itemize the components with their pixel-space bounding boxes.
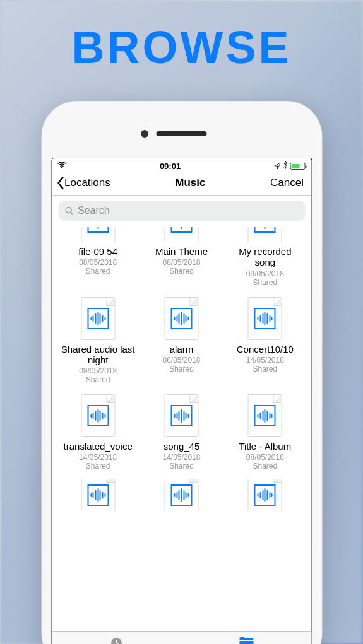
file-item[interactable]: file-09 5408/05/2018Shared (57, 225, 139, 290)
file-status: Shared (169, 462, 194, 471)
audio-file-icon (162, 227, 201, 243)
file-name: Main Theme (155, 246, 208, 257)
file-item[interactable] (140, 477, 222, 516)
file-item[interactable] (57, 477, 139, 516)
file-item[interactable]: Shared audio last night09/05/2018Shared (57, 293, 139, 387)
file-status: Shared (253, 278, 277, 287)
audio-file-icon (246, 227, 285, 243)
file-item[interactable]: alarm08/05/2018Shared (140, 293, 222, 387)
file-name: My recorded song (227, 246, 303, 268)
file-status: Shared (86, 375, 110, 384)
audio-file-icon (78, 227, 117, 243)
clock-icon (109, 636, 124, 644)
tab-browse[interactable]: Browse (182, 632, 312, 644)
file-status: Shared (169, 267, 194, 276)
file-name: Shared audio last night (60, 344, 136, 366)
tab-recents[interactable]: Recents (52, 632, 182, 644)
nav-bar: Locations Music Cancel (52, 172, 311, 196)
phone-speaker (157, 131, 207, 136)
file-item[interactable]: song_4514/05/2018Shared (140, 390, 222, 473)
phone-frame: 09:01 Locations Music Cancel Search (41, 101, 322, 644)
folder-icon (238, 636, 254, 644)
battery-icon (290, 163, 305, 170)
promo-title: BROWSE (0, 21, 363, 73)
bluetooth-icon (283, 161, 287, 171)
status-bar: 09:01 (52, 158, 311, 172)
audio-file-icon (246, 296, 285, 341)
file-name: song_45 (164, 441, 200, 452)
file-date: 14/05/2018 (79, 453, 117, 462)
file-date: 08/05/2018 (79, 258, 117, 267)
file-name: Concert10/10 (237, 344, 294, 354)
file-date: 09/05/2018 (246, 269, 284, 278)
search-input[interactable]: Search (58, 201, 305, 221)
audio-file-icon (246, 393, 285, 438)
page-title: Music (175, 177, 205, 189)
file-status: Shared (253, 462, 277, 471)
file-item[interactable]: My recorded song09/05/2018Shared (224, 225, 306, 290)
search-icon (64, 206, 74, 216)
location-arrow-icon (274, 161, 280, 171)
file-item[interactable]: translated_voice14/05/2018Shared (57, 390, 139, 473)
file-date: 08/05/2018 (246, 453, 284, 462)
audio-file-icon (162, 479, 201, 511)
file-status: Shared (86, 462, 110, 471)
file-item[interactable]: Main Theme08/05/2018Shared (140, 225, 222, 290)
file-item[interactable]: Concert10/1014/05/2018Shared (224, 293, 306, 387)
file-date: 14/05/2018 (162, 453, 200, 462)
audio-file-icon (78, 296, 117, 341)
file-date: 08/05/2018 (162, 356, 200, 365)
audio-file-icon (78, 479, 117, 511)
file-item[interactable] (224, 477, 306, 516)
file-name: Title - Album (239, 441, 291, 452)
chevron-left-icon (56, 176, 64, 190)
file-name: file-09 54 (78, 246, 117, 257)
file-status: Shared (86, 267, 110, 276)
bottom-tab-bar: Recents Browse (52, 631, 311, 644)
file-date: 14/05/2018 (246, 356, 284, 365)
cancel-button[interactable]: Cancel (270, 177, 304, 189)
wifi-icon (57, 161, 66, 171)
phone-camera (141, 130, 148, 138)
file-status: Shared (253, 365, 277, 373)
audio-file-icon (246, 479, 285, 511)
audio-file-icon (78, 393, 117, 438)
back-label: Locations (64, 177, 110, 189)
file-name: alarm (170, 344, 194, 354)
file-item[interactable]: Title - Album08/05/2018Shared (224, 390, 306, 473)
file-date: 08/05/2018 (162, 258, 200, 267)
file-date: 09/05/2018 (79, 366, 117, 375)
file-grid-container[interactable]: file-09 5408/05/2018SharedMain Theme08/0… (52, 225, 311, 631)
back-button[interactable]: Locations (56, 176, 110, 190)
status-time: 09:01 (160, 161, 181, 171)
audio-file-icon (162, 393, 201, 438)
search-placeholder: Search (78, 205, 110, 216)
app-screen: 09:01 Locations Music Cancel Search (51, 158, 312, 644)
audio-file-icon (162, 296, 201, 341)
file-name: translated_voice (64, 441, 133, 452)
file-status: Shared (169, 365, 194, 373)
